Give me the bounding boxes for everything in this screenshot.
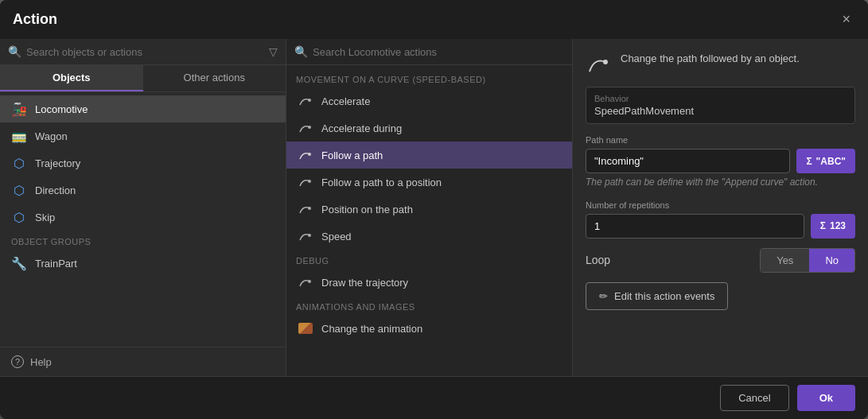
action-search-icon: 🔍 <box>294 45 308 58</box>
objects-list: 🚂 Locomotive 🚃 Wagon ⬡ Trajectory ⬡ Dire… <box>0 92 286 347</box>
accelerate-icon <box>298 93 313 109</box>
speed-icon <box>298 228 313 244</box>
loop-label: Loop <box>586 254 750 266</box>
modal-title: Action <box>13 11 57 28</box>
path-name-label: Path name <box>586 134 855 146</box>
svg-point-7 <box>603 60 608 64</box>
action-change-animation[interactable]: Change the animation <box>286 315 572 342</box>
accelerate-during-icon <box>298 120 313 136</box>
path-info-text: The path can be define with the "Append … <box>586 176 855 189</box>
obj-item-skip[interactable]: ⬡ Skip <box>0 204 286 231</box>
behavior-value: SpeedPathMovement <box>594 105 847 117</box>
follow-path-icon <box>298 147 313 163</box>
groups-section-label: OBJECT GROUPS <box>0 231 286 250</box>
svg-point-0 <box>308 99 311 102</box>
svg-point-2 <box>308 153 311 156</box>
action-position-path[interactable]: Position on the path <box>286 196 572 223</box>
curve-section-label: MOVEMENT ON A CURVE (SPEED-BASED) <box>286 68 572 87</box>
trajectory-icon: ⬡ <box>11 155 27 171</box>
repetitions-expr-button[interactable]: Σ 123 <box>811 214 855 239</box>
pencil-icon: ✏ <box>599 290 608 302</box>
loop-row: Loop Yes No <box>586 248 855 273</box>
obj-item-locomotive[interactable]: 🚂 Locomotive <box>0 95 286 122</box>
action-search-bar: 🔍 <box>286 39 572 65</box>
path-name-group: Path name Σ "ABC" The path can be define… <box>586 134 855 189</box>
search-icon: 🔍 <box>8 45 21 58</box>
loop-yes-button[interactable]: Yes <box>761 249 809 272</box>
obj-item-direction[interactable]: ⬡ Direction <box>0 177 286 204</box>
obj-item-wagon[interactable]: 🚃 Wagon <box>0 122 286 149</box>
svg-point-4 <box>308 207 311 210</box>
repetitions-group: Number of repetitions Σ 123 <box>586 199 855 239</box>
svg-point-1 <box>308 126 311 129</box>
svg-point-5 <box>308 234 311 237</box>
help-icon: ? <box>11 355 24 368</box>
actions-list: MOVEMENT ON A CURVE (SPEED-BASED) Accele… <box>286 65 572 376</box>
direction-icon: ⬡ <box>11 182 27 198</box>
action-follow-path-position[interactable]: Follow a path to a position <box>286 169 572 196</box>
path-name-expr-button[interactable]: Σ "ABC" <box>796 149 855 173</box>
loop-no-button[interactable]: No <box>809 249 854 272</box>
trainpart-icon: 🔧 <box>11 255 27 271</box>
ok-button[interactable]: Ok <box>797 385 855 411</box>
left-panel: 🔍 ▽ Objects Other actions 🚂 Locomotive � <box>0 39 286 376</box>
sigma-num-icon: Σ <box>820 220 826 231</box>
change-animation-icon <box>298 320 313 336</box>
action-search-input[interactable] <box>313 46 564 58</box>
follow-path-position-icon <box>298 174 313 190</box>
right-panel: Change the path followed by an object. B… <box>573 39 868 376</box>
tab-other-actions[interactable]: Other actions <box>143 65 286 91</box>
object-tabs: Objects Other actions <box>0 65 286 92</box>
cancel-button[interactable]: Cancel <box>720 385 788 411</box>
object-search-input[interactable] <box>26 46 264 58</box>
edit-events-button[interactable]: ✏ Edit this action events <box>586 282 728 310</box>
help-bar[interactable]: ? Help <box>0 347 286 376</box>
tab-objects[interactable]: Objects <box>0 65 143 91</box>
action-accelerate[interactable]: Accelerate <box>286 87 572 114</box>
close-button[interactable]: × <box>837 10 855 29</box>
action-draw-trajectory[interactable]: Draw the trajectory <box>286 269 572 296</box>
svg-point-3 <box>308 180 311 183</box>
action-follow-path[interactable]: Follow a path <box>286 142 572 169</box>
loop-toggle-group: Yes No <box>760 248 855 273</box>
locomotive-icon: 🚂 <box>11 101 27 117</box>
obj-item-trainpart[interactable]: 🔧 TrainPart <box>0 250 286 277</box>
modal-body: 🔍 ▽ Objects Other actions 🚂 Locomotive � <box>0 39 868 376</box>
wagon-icon: 🚃 <box>11 128 27 144</box>
debug-section-label: DEBUG <box>286 250 572 269</box>
modal-header: Action × <box>0 0 868 39</box>
anim-section-label: ANIMATIONS AND IMAGES <box>286 296 572 315</box>
repetitions-input[interactable] <box>586 214 804 239</box>
action-accelerate-during[interactable]: Accelerate during <box>286 114 572 142</box>
action-description: Change the path followed by an object. <box>621 52 855 66</box>
behavior-box: Behavior SpeedPathMovement <box>586 87 855 124</box>
action-speed[interactable]: Speed <box>286 223 572 250</box>
sigma-icon: Σ <box>806 156 812 167</box>
behavior-label: Behavior <box>594 94 847 103</box>
action-icon-large <box>586 52 611 77</box>
modal-footer: Cancel Ok <box>0 376 868 419</box>
repetitions-label: Number of repetitions <box>586 199 855 211</box>
filter-icon[interactable]: ▽ <box>269 45 278 58</box>
svg-point-6 <box>308 280 311 283</box>
position-path-icon <box>298 201 313 217</box>
action-modal: Action × 🔍 ▽ Objects Other actions 🚂 <box>0 0 868 419</box>
path-name-row: Σ "ABC" <box>586 149 855 173</box>
repetitions-row: Σ 123 <box>586 214 855 239</box>
object-search-bar: 🔍 ▽ <box>0 39 286 65</box>
skip-icon: ⬡ <box>11 209 27 225</box>
obj-item-trajectory[interactable]: ⬡ Trajectory <box>0 149 286 177</box>
draw-trajectory-icon <box>298 274 313 290</box>
path-name-input[interactable] <box>586 149 790 173</box>
middle-panel: 🔍 MOVEMENT ON A CURVE (SPEED-BASED) Acce… <box>286 39 573 376</box>
right-header: Change the path followed by an object. <box>586 52 855 77</box>
